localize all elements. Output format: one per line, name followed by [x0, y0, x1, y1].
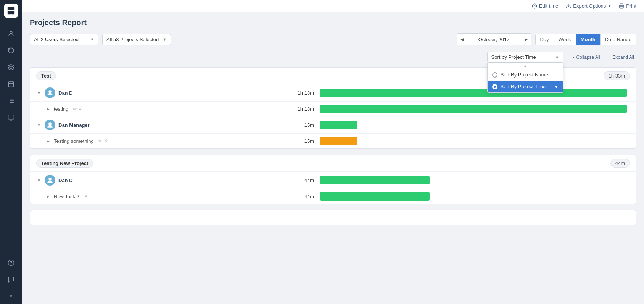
list-nav-icon[interactable] — [4, 94, 18, 108]
topbar: Edit time Export Options ▼ Print — [22, 0, 644, 12]
refresh-nav-icon[interactable] — [4, 44, 18, 57]
task-testing-time: 1h 18m — [282, 103, 320, 115]
sort-dropdown[interactable]: Sort by Project Time ▼ — [487, 52, 564, 63]
svg-point-26 — [48, 178, 52, 181]
export-options-button[interactable]: Export Options ▼ — [566, 3, 611, 9]
svg-rect-3 — [11, 11, 14, 14]
svg-rect-1 — [11, 7, 14, 10]
task-testing-something-bar — [320, 137, 357, 145]
task-testing-something-label-cell: ▶ Testing something ✏ ✕ — [30, 135, 282, 147]
user-dan-d-label-cell: ▼ Dan D — [30, 84, 282, 101]
collapse-expand-controls: Collapse All Expand All — [568, 53, 636, 61]
task-new-task-2-expand[interactable]: ▶ — [45, 194, 51, 199]
project-header-testing-new: Testing New Project 44m — [30, 155, 636, 172]
users-nav-icon[interactable] — [4, 27, 18, 40]
task-new-task-2-delete-icon[interactable]: ✕ — [84, 194, 88, 199]
project-card-testing-new: Testing New Project 44m ▼ Dan D 44m — [30, 155, 636, 204]
task-testing-something-name: Testing something — [54, 138, 94, 144]
svg-rect-16 — [8, 115, 14, 119]
tab-month[interactable]: Month — [576, 34, 601, 45]
sidebar: » — [0, 0, 22, 304]
task-new-task-2-name: New Task 2 — [54, 194, 79, 199]
view-tabs: Day Week Month Date Range — [535, 34, 637, 45]
tab-date-range[interactable]: Date Range — [601, 34, 636, 45]
user-dan-d-bar — [320, 89, 627, 97]
user-dan-manager-collapse[interactable]: ▼ — [36, 122, 42, 128]
task-testing-name: testing — [54, 106, 68, 112]
chat-nav-icon[interactable] — [4, 273, 18, 286]
task-testing-something-delete-icon[interactable]: ✕ — [104, 138, 108, 144]
svg-rect-0 — [8, 7, 11, 10]
user-row-dan-d-2: ▼ Dan D 44m — [30, 172, 636, 189]
sort-time-radio — [492, 84, 497, 89]
sidebar-expand-button[interactable]: » — [4, 291, 18, 300]
projects-filter-arrow: ▼ — [163, 37, 167, 42]
sort-row: Sort by Project Time ▼ ▲ Sort By Project… — [30, 52, 636, 63]
svg-rect-6 — [8, 82, 14, 87]
project-time-testing-new: 44m — [610, 159, 630, 168]
user-dan-d-bar-cell — [320, 86, 636, 100]
sort-dropdown-menu: ▲ Sort By Project Name Sort By Project T… — [487, 63, 564, 93]
users-filter-dropdown[interactable]: All 2 Users Selected ▼ — [30, 34, 98, 45]
print-button[interactable]: Print — [619, 3, 636, 9]
task-testing-bar — [320, 105, 627, 113]
task-testing-icons: ✏ ✕ — [73, 106, 82, 112]
user-dan-d-2-avatar — [45, 175, 55, 186]
task-testing-delete-icon[interactable]: ✕ — [78, 106, 82, 112]
user-dan-manager-time: 15m — [282, 119, 320, 131]
user-dan-manager-label-cell: ▼ Dan Manager — [30, 116, 282, 133]
user-row-dan-manager: ▼ Dan Manager 15m — [30, 116, 636, 134]
task-testing-expand[interactable]: ▶ — [45, 106, 51, 112]
layers-nav-icon[interactable] — [4, 60, 18, 74]
svg-rect-2 — [8, 11, 11, 14]
scroll-up-indicator: ▲ — [488, 63, 563, 69]
calendar-nav-icon[interactable] — [4, 77, 18, 91]
task-row-testing: ▶ testing ✏ ✕ 1h 18m — [30, 102, 636, 116]
svg-rect-23 — [620, 6, 623, 8]
project-card-partial — [30, 210, 636, 225]
tab-week[interactable]: Week — [554, 34, 576, 45]
task-testing-label-cell: ▶ testing ✏ ✕ — [30, 103, 282, 115]
main-content: Edit time Export Options ▼ Print Project… — [22, 0, 644, 304]
edit-time-button[interactable]: Edit time — [532, 3, 559, 9]
user-dan-d-2-bar-cell — [320, 173, 636, 188]
filters-row: All 2 Users Selected ▼ All 58 Projects S… — [30, 33, 636, 45]
sort-by-time-option[interactable]: Sort By Project Time ▼ — [488, 81, 563, 92]
svg-point-25 — [48, 122, 52, 125]
svg-point-24 — [48, 90, 52, 93]
task-testing-something-bar-cell — [320, 134, 636, 148]
app-logo[interactable] — [4, 4, 18, 18]
user-dan-d-avatar — [45, 87, 55, 98]
user-dan-d-2-name: Dan D — [58, 178, 73, 183]
task-testing-edit-icon[interactable]: ✏ — [73, 106, 77, 112]
task-testing-something-expand[interactable]: ▶ — [45, 138, 51, 144]
project-name-test: Test — [36, 71, 56, 80]
user-dan-d-collapse[interactable]: ▼ — [36, 90, 42, 95]
sort-dropdown-arrow: ▼ — [555, 55, 559, 60]
task-testing-something-time: 15m — [282, 135, 320, 147]
task-testing-something-edit-icon[interactable]: ✏ — [98, 138, 102, 144]
current-date-display: October, 2017 — [467, 33, 521, 45]
user-dan-manager-name: Dan Manager — [58, 122, 90, 128]
users-filter-arrow: ▼ — [90, 37, 94, 42]
prev-date-button[interactable]: ◀ — [457, 33, 467, 45]
user-dan-d-time: 1h 18m — [282, 87, 320, 99]
date-navigation: ◀ October, 2017 ▶ — [457, 33, 531, 45]
svg-marker-5 — [8, 65, 14, 68]
user-dan-d-2-label-cell: ▼ Dan D — [30, 172, 282, 189]
user-dan-d-name: Dan D — [58, 90, 73, 96]
task-testing-something-icons: ✏ ✕ — [98, 138, 108, 144]
projects-filter-dropdown[interactable]: All 58 Projects Selected ▼ — [102, 34, 171, 45]
tab-day[interactable]: Day — [536, 34, 554, 45]
next-date-button[interactable]: ▶ — [521, 33, 531, 45]
user-dan-d-2-collapse[interactable]: ▼ — [36, 178, 42, 183]
sort-name-radio — [492, 72, 497, 78]
sort-by-name-option[interactable]: Sort By Project Name — [488, 69, 563, 81]
card-nav-icon[interactable] — [4, 111, 18, 125]
help-nav-icon[interactable] — [4, 256, 18, 270]
expand-all-button[interactable]: Expand All — [604, 53, 636, 61]
user-dan-d-2-time: 44m — [282, 175, 320, 186]
collapse-all-button[interactable]: Collapse All — [568, 53, 603, 61]
sort-dropdown-wrapper: Sort by Project Time ▼ ▲ Sort By Project… — [487, 52, 564, 63]
user-dan-d-2-bar — [320, 176, 430, 184]
